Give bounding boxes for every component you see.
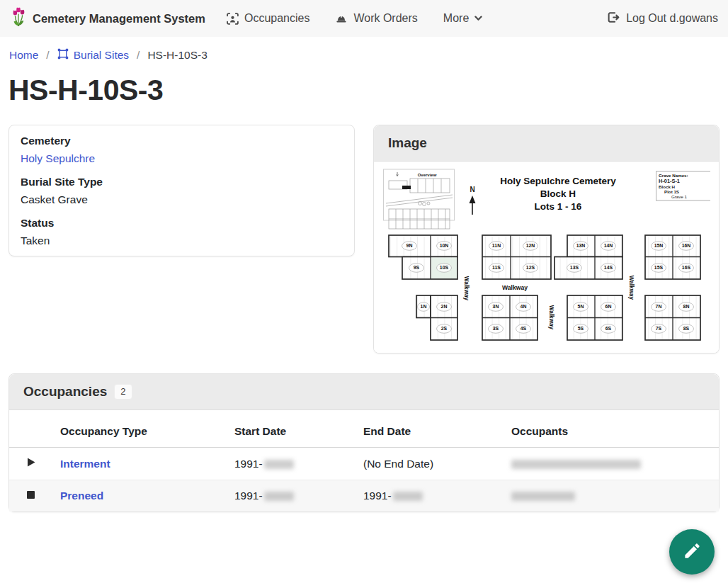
- lot-label: 4N: [521, 304, 527, 309]
- nav-item-occupancies[interactable]: Occupancies: [227, 12, 310, 25]
- lot-label: 5S: [578, 326, 584, 331]
- breadcrumb-current: HS-H-10S-3: [147, 49, 207, 62]
- lot-label: 2S: [441, 326, 448, 331]
- lot-label: 7S: [656, 326, 662, 331]
- lot-label: 12N: [526, 243, 535, 248]
- nav-item-work-orders[interactable]: Work Orders: [335, 12, 417, 25]
- pencil-icon: [683, 541, 702, 562]
- nav-label-occupancies: Occupancies: [244, 12, 310, 25]
- app-brand[interactable]: Cemetery Management System: [10, 6, 205, 30]
- lot-label: 2N: [441, 304, 448, 309]
- occupancies-card-header: Occupancies 2: [9, 374, 719, 410]
- occupancy-interment-link[interactable]: Interment: [60, 458, 110, 470]
- lot-label: 3S: [493, 326, 499, 331]
- lot-label: 16N: [682, 243, 691, 248]
- play-icon: [26, 458, 36, 470]
- lot-label: 10N: [440, 243, 449, 248]
- map-title-line1: Holy Sepulchre Cemetery: [500, 176, 616, 186]
- lot-label: 8S: [683, 326, 690, 331]
- occupancies-card: Occupancies 2 Occupancy Type Start Date …: [8, 373, 720, 512]
- table-row: Interment 1991- (No End Date): [9, 448, 719, 480]
- hard-hat-icon: [335, 13, 348, 24]
- map-title-line2: Block H: [540, 188, 576, 199]
- lot-label: 15N: [654, 243, 664, 248]
- top-navbar: Cemetery Management System Occupancies: [0, 0, 728, 37]
- lot-label: 16S: [682, 265, 691, 270]
- nav-item-more[interactable]: More: [443, 12, 482, 25]
- lot-label: 11N: [492, 243, 501, 248]
- lot-label: 9N: [406, 243, 413, 248]
- cemetery-link[interactable]: Holy Sepulchre: [21, 152, 95, 164]
- occupancies-table: Occupancy Type Start Date End Date Occup…: [9, 410, 719, 511]
- start-date-value: 1991-: [234, 458, 263, 470]
- redacted-date: [264, 492, 294, 501]
- logout-button[interactable]: Log Out d.gowans: [607, 11, 718, 26]
- lot-label: 11S: [492, 265, 501, 270]
- status-value: Taken: [21, 234, 343, 247]
- icon-column-header: [9, 410, 60, 448]
- redacted-occupants: [511, 492, 575, 501]
- occupancies-count-badge: 2: [114, 384, 132, 400]
- grave-names-heading: Grave Names:: [659, 173, 688, 178]
- table-header-row: Occupancy Type Start Date End Date Occup…: [9, 410, 719, 448]
- lot-label: 5N: [578, 304, 584, 309]
- walkway-label: Walkway: [628, 276, 635, 300]
- occupancy-preneed-link[interactable]: Preneed: [60, 490, 103, 502]
- lot-label: 13N: [576, 243, 586, 248]
- lot-label: 12S: [526, 265, 535, 270]
- lot-label: 14S: [604, 265, 613, 270]
- breadcrumb-burial-sites-link[interactable]: Burial Sites: [57, 48, 129, 62]
- redacted-date: [264, 460, 294, 469]
- lot-label: 13S: [570, 265, 579, 270]
- image-card: Image Overview: [373, 125, 720, 354]
- breadcrumb: Home / Burial Sites / HS-H-10S-3: [0, 37, 728, 67]
- tulips-logo-icon: [10, 6, 27, 30]
- lot-label: 8N: [683, 304, 690, 309]
- walkway-label: Walkway: [548, 305, 554, 330]
- map-title-line3: Lots 1 - 16: [535, 201, 582, 212]
- breadcrumb-separator: /: [137, 49, 140, 62]
- table-row: Preneed 1991- 1991-: [9, 480, 719, 512]
- lot-label: 14N: [604, 243, 613, 248]
- end-date-value: (No End Date): [363, 458, 433, 470]
- logout-icon: [607, 11, 620, 26]
- north-label: N: [470, 186, 474, 193]
- burial-site-type-label: Burial Site Type: [21, 176, 343, 188]
- start-date-value: 1991-: [234, 490, 263, 502]
- grave-grave: Grave 1: [671, 194, 688, 199]
- burial-site-details-card: Cemetery Holy Sepulchre Burial Site Type…: [8, 125, 355, 256]
- lot-label: 3N: [493, 304, 499, 309]
- occupancies-title: Occupancies: [23, 384, 107, 400]
- lot-label: 10S: [440, 265, 449, 270]
- page-title: HS-H-10S-3: [8, 74, 720, 107]
- image-card-header: Image: [374, 125, 719, 162]
- lot-label: 1N: [421, 304, 427, 309]
- end-date-column-header: End Date: [363, 410, 511, 448]
- breadcrumb-burial-sites-label: Burial Sites: [74, 49, 129, 62]
- edit-fab-button[interactable]: [669, 529, 715, 575]
- stop-square-icon: [26, 490, 35, 502]
- occupants-column-header: Occupants: [511, 410, 719, 448]
- redacted-occupants: [511, 460, 641, 469]
- image-card-body: Overview N: [374, 162, 719, 353]
- redacted-date: [393, 492, 423, 501]
- overview-inset: Overview: [384, 169, 455, 229]
- lot-label: 9S: [414, 265, 420, 270]
- walkway-label: Walkway: [463, 276, 470, 301]
- lot-label: 6S: [605, 326, 612, 331]
- chevron-down-icon: [474, 16, 482, 21]
- nav-label-work-orders: Work Orders: [353, 12, 417, 25]
- breadcrumb-home-link[interactable]: Home: [9, 49, 38, 62]
- end-date-value: 1991-: [363, 490, 392, 502]
- north-arrow: N: [470, 186, 476, 215]
- person-bounding-box-icon: [227, 13, 239, 25]
- occupancy-type-column-header: Occupancy Type: [60, 410, 234, 448]
- lot-label: 6N: [605, 304, 612, 309]
- status-label: Status: [21, 217, 343, 230]
- app-title: Cemetery Management System: [33, 12, 205, 26]
- breadcrumb-separator: /: [46, 49, 49, 62]
- walkway-label: Walkway: [502, 284, 528, 291]
- burial-site-type-value: Casket Grave: [21, 193, 343, 206]
- bounding-box-icon: [57, 48, 69, 62]
- breadcrumb-home-label: Home: [9, 49, 38, 62]
